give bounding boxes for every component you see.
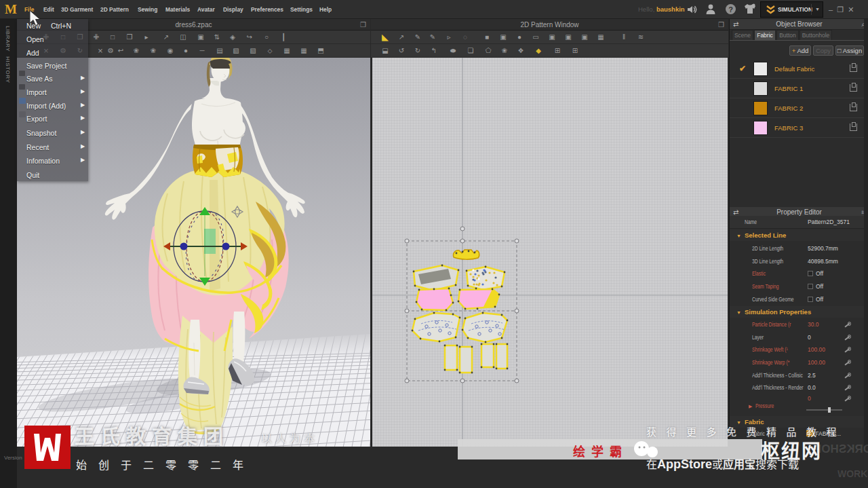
svg-text:?: ?: [728, 5, 733, 14]
